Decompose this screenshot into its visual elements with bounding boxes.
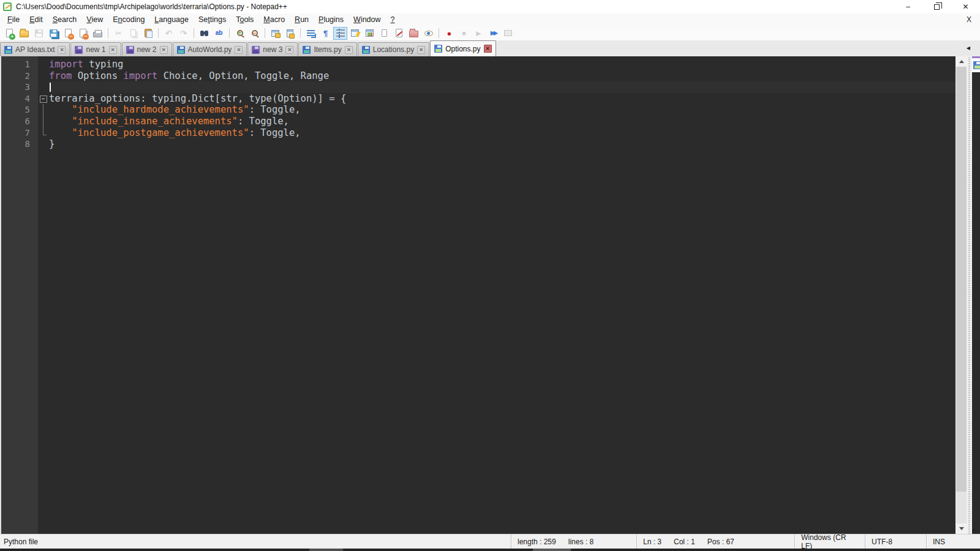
tab-close-icon[interactable]: ✕ [417, 46, 425, 54]
new-file-icon[interactable] [2, 27, 17, 40]
fold-margin[interactable] [38, 56, 49, 534]
vertical-scrollbar[interactable] [956, 56, 967, 534]
view-splitter[interactable] [967, 56, 972, 534]
status-insert-mode[interactable]: INS [926, 534, 980, 549]
code-token: import [123, 70, 157, 81]
close-button[interactable]: ✕ [951, 0, 980, 13]
secondary-view-tab[interactable] [972, 56, 980, 72]
save-icon[interactable] [32, 27, 46, 40]
tab-options.py[interactable]: Options.py✕ [430, 40, 496, 56]
sync-horizontal-icon[interactable] [283, 27, 297, 40]
code-line-4[interactable]: terraria_options: typing.Dict[str, type(… [49, 93, 956, 105]
status-line: Ln : 3 [643, 538, 662, 546]
menu-language[interactable]: Language [149, 14, 194, 25]
minimize-button[interactable]: – [894, 0, 922, 13]
code-line-8[interactable]: } [49, 138, 956, 150]
tab-close-icon[interactable]: ✕ [484, 45, 492, 53]
document-list-icon[interactable] [377, 27, 391, 40]
scrollbar-thumb[interactable] [956, 67, 967, 492]
record-macro-icon[interactable]: ● [442, 27, 456, 40]
scroll-right-icon[interactable]: ▶ [973, 528, 976, 533]
line-number: 4 [1, 93, 30, 105]
menu-tools[interactable]: Tools [231, 14, 258, 25]
code-line-2[interactable]: from Options import Choice, Option, Togg… [49, 70, 956, 82]
playback-macro-icon[interactable]: ▶ [472, 27, 486, 40]
menu-search[interactable]: Search [48, 14, 82, 25]
open-icon[interactable] [17, 27, 31, 40]
save-all-icon[interactable] [47, 27, 61, 40]
tab-new-2[interactable]: new 2✕ [122, 42, 172, 56]
menu-plugins[interactable]: Plugins [314, 14, 349, 25]
code-line-5[interactable]: "include_hardmode_achievements": Toggle, [49, 104, 956, 116]
fold-collapse-icon[interactable] [38, 93, 49, 105]
tab-label: Items.py [314, 45, 341, 54]
monitoring-icon[interactable] [421, 27, 435, 40]
show-indent-guide-icon[interactable] [333, 27, 347, 40]
undo-icon[interactable]: ↶ [162, 27, 176, 40]
word-wrap-icon[interactable] [304, 27, 318, 40]
close-icon[interactable] [61, 27, 75, 40]
line-number: 2 [1, 70, 30, 82]
status-eol-format[interactable]: Windows (CR LF) [794, 534, 865, 549]
menu-settings[interactable]: Settings [194, 14, 231, 25]
tab-new-1[interactable]: new 1✕ [70, 42, 121, 56]
menu-?[interactable]: ? [386, 14, 400, 25]
function-list-icon[interactable] [348, 27, 362, 40]
menu-view[interactable]: View [81, 14, 108, 25]
code-line-7[interactable]: "include_postgame_achievements": Toggle, [49, 127, 956, 139]
tab-ap-ideas.txt[interactable]: AP Ideas.txt✕ [0, 42, 70, 56]
menu-encoding[interactable]: Encoding [108, 14, 149, 25]
secondary-view-editor[interactable] [972, 72, 980, 534]
close-all-icon[interactable] [76, 27, 90, 40]
zoom-in-icon[interactable]: + [233, 27, 247, 40]
tab-locations.py[interactable]: Locations.py✕ [358, 42, 429, 56]
code-line-3[interactable] [49, 81, 956, 93]
tab-close-icon[interactable]: ✕ [160, 46, 168, 54]
copy-icon[interactable] [126, 27, 140, 40]
code-editor[interactable]: import typingfrom Options import Choice,… [49, 56, 956, 534]
code-token [49, 127, 72, 138]
editor-area: 12345678 import typingfrom Options impor… [0, 56, 980, 534]
zoom-out-icon[interactable]: − [247, 27, 262, 40]
file-saved-icon [177, 46, 185, 54]
tab-autoworld.py[interactable]: AutoWorld.py✕ [173, 42, 247, 56]
stop-macro-icon[interactable]: ■ [457, 27, 471, 40]
tab-close-icon[interactable]: ✕ [345, 46, 353, 54]
paste-icon[interactable] [141, 27, 155, 40]
tab-close-icon[interactable]: ✕ [285, 46, 293, 54]
save-macro-icon[interactable] [501, 27, 515, 40]
document-map-icon[interactable] [363, 27, 377, 40]
sync-vertical-icon[interactable] [268, 27, 282, 40]
code-line-1[interactable]: import typing [49, 59, 956, 70]
fold-margin-cell [38, 116, 49, 127]
menu-file[interactable]: File [2, 14, 24, 25]
restore-button[interactable] [922, 0, 951, 13]
status-encoding[interactable]: UTF-8 [865, 534, 926, 549]
print-icon[interactable] [91, 27, 105, 40]
page-pen-icon[interactable] [392, 27, 406, 40]
scroll-up-button[interactable] [956, 56, 967, 67]
cut-icon[interactable]: ✂ [111, 27, 126, 40]
redo-icon[interactable]: ↷ [176, 27, 190, 40]
tab-close-icon[interactable]: ✕ [235, 46, 243, 54]
show-all-characters-icon[interactable]: ¶ [318, 27, 333, 40]
scrollbar-track[interactable] [956, 67, 967, 523]
tab-items.py[interactable]: Items.py✕ [298, 42, 356, 56]
file-modified-icon [252, 46, 260, 54]
tab-new-3[interactable]: new 3✕ [247, 42, 298, 56]
menu-run[interactable]: Run [290, 14, 314, 25]
scroll-down-button[interactable] [956, 523, 967, 534]
folder-as-workspace-icon[interactable] [407, 27, 421, 40]
file-modified-icon [75, 46, 83, 54]
close-document-button[interactable]: X [964, 15, 974, 24]
run-macro-multiple-icon[interactable]: ▶▶ [486, 27, 500, 40]
replace-icon[interactable]: ab [212, 27, 226, 40]
code-line-6[interactable]: "include_insane_achievements": Toggle, [49, 116, 956, 127]
menu-window[interactable]: Window [349, 14, 385, 25]
tab-close-icon[interactable]: ✕ [58, 46, 66, 54]
tab-scroll-left-icon[interactable]: ◀ [967, 45, 970, 51]
tab-close-icon[interactable]: ✕ [109, 46, 117, 54]
find-icon[interactable] [197, 27, 211, 40]
menu-macro[interactable]: Macro [258, 14, 290, 25]
menu-edit[interactable]: Edit [24, 14, 48, 25]
